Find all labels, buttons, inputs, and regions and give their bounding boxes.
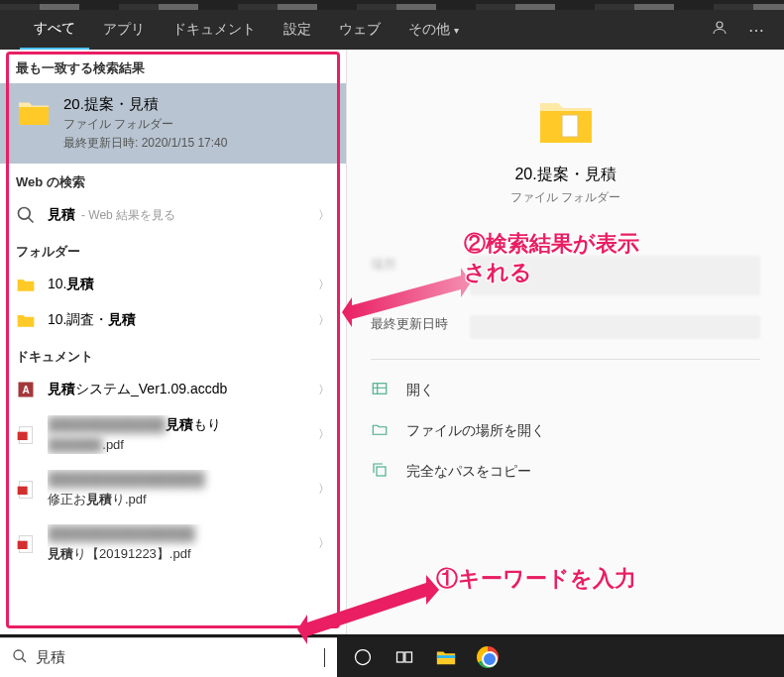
access-icon: A xyxy=(16,380,36,399)
pdf-icon xyxy=(16,534,36,554)
meta-location-label: 場所 xyxy=(371,256,470,295)
task-view-icon[interactable] xyxy=(387,639,422,675)
chevron-right-icon: 〉 xyxy=(318,277,330,293)
doc-result-4[interactable]: ███████████████ 見積り【20191223】.pdf 〉 xyxy=(0,516,346,571)
best-match-type: ファイル フォルダー xyxy=(63,116,227,133)
explorer-icon[interactable] xyxy=(428,639,464,675)
preview-panel: 20.提案・見積 ファイル フォルダー 場所 最終更新日時 開く ファイルの場所… xyxy=(347,50,784,634)
folder-result-1[interactable]: 10.見積 〉 xyxy=(0,267,346,302)
search-input[interactable]: 見積 xyxy=(36,648,325,667)
svg-rect-20 xyxy=(405,652,412,662)
svg-point-0 xyxy=(717,22,723,28)
doc-result-2[interactable]: ████████████見積もり ██████.pdf 〉 xyxy=(0,407,346,462)
feedback-icon[interactable] xyxy=(711,19,728,41)
svg-rect-10 xyxy=(18,541,28,549)
web-search-item[interactable]: 見積- Web 結果を見る 〉 xyxy=(0,197,346,233)
folder-result-2[interactable]: 10.調査・見積 〉 xyxy=(0,302,346,338)
pdf-icon xyxy=(16,425,36,445)
taskbar-search[interactable]: 見積 xyxy=(0,637,337,677)
svg-rect-11 xyxy=(562,115,578,137)
chevron-right-icon: 〉 xyxy=(318,312,330,329)
chevron-right-icon: 〉 xyxy=(318,535,330,552)
document-header: ドキュメント xyxy=(0,338,346,372)
background-windows-fragment xyxy=(0,0,784,10)
meta-location-value xyxy=(470,256,760,295)
results-panel: 最も一致する検索結果 20.提案・見積 ファイル フォルダー 最終更新日時: 2… xyxy=(0,50,347,634)
web-hint: - Web 結果を見る xyxy=(81,208,175,222)
svg-point-18 xyxy=(356,650,371,665)
tab-documents[interactable]: ドキュメント xyxy=(159,10,270,50)
tab-more[interactable]: その他 ▾ xyxy=(394,10,473,50)
cortana-icon[interactable] xyxy=(345,639,381,675)
chevron-right-icon: 〉 xyxy=(318,382,330,398)
action-copy-path-label: 完全なパスをコピー xyxy=(406,463,531,481)
tab-all[interactable]: すべて xyxy=(20,10,89,50)
tab-apps[interactable]: アプリ xyxy=(89,10,159,50)
chevron-right-icon: 〉 xyxy=(318,426,330,443)
tab-web[interactable]: ウェブ xyxy=(325,10,394,50)
svg-rect-12 xyxy=(373,384,387,395)
chevron-right-icon: 〉 xyxy=(318,207,330,224)
action-open-location-label: ファイルの場所を開く xyxy=(406,422,545,440)
web-term: 見積 xyxy=(48,206,75,222)
doc-result-3[interactable]: ████████████████ 修正お見積り.pdf 〉 xyxy=(0,462,346,516)
svg-line-2 xyxy=(29,218,34,223)
svg-rect-6 xyxy=(18,431,28,439)
action-open-label: 開く xyxy=(406,382,434,399)
best-match-header: 最も一致する検索結果 xyxy=(0,50,346,83)
folder-header: フォルダー xyxy=(0,233,346,267)
svg-rect-13 xyxy=(377,467,386,476)
best-match-title: 20.提案・見積 xyxy=(63,95,227,114)
open-icon xyxy=(371,380,391,400)
folder-icon xyxy=(534,89,598,153)
more-options-icon[interactable]: ⋯ xyxy=(748,21,764,40)
pdf-icon xyxy=(16,480,36,500)
svg-line-17 xyxy=(22,658,26,662)
tab-settings[interactable]: 設定 xyxy=(270,10,325,50)
svg-point-16 xyxy=(14,650,23,659)
chevron-right-icon: 〉 xyxy=(318,481,330,498)
svg-rect-21 xyxy=(437,655,455,658)
svg-text:A: A xyxy=(22,385,29,395)
svg-rect-19 xyxy=(397,652,404,662)
copy-icon xyxy=(371,461,391,482)
action-copy-path[interactable]: 完全なパスをコピー xyxy=(371,451,760,492)
meta-modified-label: 最終更新日時 xyxy=(371,315,470,339)
best-match-modified: 最終更新日時: 2020/1/15 17:40 xyxy=(63,135,227,152)
best-match-item[interactable]: 20.提案・見積 ファイル フォルダー 最終更新日時: 2020/1/15 17… xyxy=(0,83,346,164)
tab-more-label: その他 xyxy=(408,21,450,39)
folder-icon xyxy=(16,310,36,330)
search-scope-tabs: すべて アプリ ドキュメント 設定 ウェブ その他 ▾ ⋯ xyxy=(0,10,784,50)
preview-title: 20.提案・見積 xyxy=(514,165,616,185)
taskbar: 見積 xyxy=(0,637,784,677)
chevron-down-icon: ▾ xyxy=(454,25,459,36)
folder-icon xyxy=(16,275,36,294)
chrome-icon[interactable] xyxy=(470,639,505,675)
action-open[interactable]: 開く xyxy=(371,370,760,410)
web-search-header: Web の検索 xyxy=(0,164,346,197)
meta-modified-value xyxy=(470,315,760,339)
doc-result-1[interactable]: A 見積システム_Ver1.09.accdb 〉 xyxy=(0,372,346,407)
folder-open-icon xyxy=(371,420,391,441)
preview-type: ファイル フォルダー xyxy=(510,189,620,206)
svg-rect-8 xyxy=(18,486,28,494)
search-icon xyxy=(12,648,28,668)
svg-point-1 xyxy=(19,208,31,220)
folder-icon xyxy=(16,95,52,131)
search-icon xyxy=(16,205,36,225)
action-open-location[interactable]: ファイルの場所を開く xyxy=(371,410,760,451)
